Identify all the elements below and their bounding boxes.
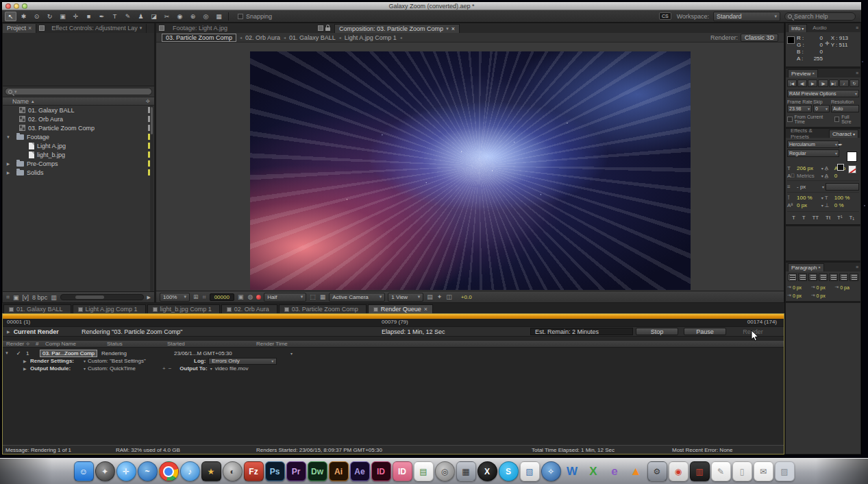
exposure-value[interactable]: +0.0 (461, 294, 472, 300)
snapshot-icon[interactable]: ▣ (237, 293, 245, 300)
search-help-input[interactable]: Search Help (784, 12, 856, 21)
twirl-icon[interactable]: ▶ (5, 161, 11, 166)
horizontal-scale-value[interactable]: 100 % (834, 195, 850, 201)
dock-icon-openoffice[interactable]: ✧ (541, 461, 561, 481)
project-search-input[interactable]: ▾ (5, 88, 152, 95)
tracking-value[interactable]: 0 (834, 173, 837, 179)
project-item[interactable]: ▶ Solids (3, 168, 154, 177)
dock-icon-photoshop[interactable]: Ps (265, 461, 285, 481)
current-time-display[interactable]: 00000 (210, 293, 234, 301)
project-item[interactable]: light_b.jpg (3, 150, 154, 159)
show-channel-icon[interactable] (256, 295, 261, 300)
fast-previews-icon[interactable]: ✦ (436, 293, 443, 300)
breadcrumb-item[interactable]: 03. Particle Zoom Comp (162, 34, 236, 42)
axis-world-mode[interactable]: ◎ (200, 12, 212, 21)
render-queue-columns[interactable]: Render ⟡ # Comp Name Status Started Rend… (3, 340, 784, 348)
previous-frame-button[interactable]: ◀| (797, 80, 807, 87)
tsume-value[interactable]: 0 % (834, 202, 844, 208)
faux-bold-button[interactable]: T (792, 215, 795, 221)
dock-icon-excel[interactable]: X (584, 461, 604, 481)
small-caps-button[interactable]: Tt (826, 215, 830, 221)
breadcrumb-item[interactable]: 01. Galaxy BALL (289, 34, 336, 41)
project-scrollbar[interactable] (150, 106, 153, 291)
resolution-dropdown[interactable]: Half ▾ (264, 293, 306, 302)
item-comp-name[interactable]: 03. Par...Zoom Comp (40, 350, 97, 357)
add-output-icon[interactable]: + (162, 365, 166, 372)
timeline-tab[interactable]: 02. Orb Aura (221, 304, 277, 313)
ram-preview-options-dropdown[interactable]: RAM Preview Options ▾ (787, 90, 859, 97)
dock-icon-word[interactable]: W (562, 461, 582, 481)
dock-icon-stamp[interactable]: ✉ (754, 461, 773, 481)
space-before-field[interactable]: ⇥ 0 px (811, 283, 835, 291)
twirl-icon[interactable]: ▼ (3, 351, 11, 355)
stop-button[interactable]: Stop (636, 328, 678, 335)
transparency-grid-icon[interactable]: ▦ (319, 293, 327, 300)
first-line-indent-field[interactable]: ⇥ 0 px (787, 291, 811, 300)
renderer-button[interactable]: Classic 3D (741, 34, 778, 42)
project-horizontal-scrollbar[interactable] (60, 294, 144, 300)
tab-effect-controls[interactable]: Effect Controls: Adjustment Lay ▾ (47, 24, 147, 33)
close-icon[interactable]: × (28, 25, 32, 32)
font-family-dropdown[interactable]: Herculanum ▾ (787, 141, 839, 148)
interpret-footage-icon[interactable]: ⌗ (6, 293, 10, 301)
panel-menu-icon[interactable]: ≡ (856, 25, 858, 30)
close-icon[interactable]: × (818, 265, 821, 269)
type-tool[interactable]: T (109, 12, 121, 21)
last-frame-button[interactable]: ▶| (829, 80, 839, 87)
dock-icon-system-preferences[interactable]: ⚙ (647, 461, 667, 481)
dock-icon-indesign[interactable]: ID (371, 461, 391, 481)
dock-icon-preview-app[interactable]: ▧ (520, 461, 540, 481)
justify-last-left-button[interactable] (819, 274, 828, 281)
play-button[interactable]: ▶ (808, 80, 817, 87)
kerning-dropdown[interactable]: Metrics ▾ (797, 173, 823, 179)
safe-margins-icon[interactable]: ⌗ (202, 293, 207, 301)
frame-rate-dropdown[interactable]: 23.98 ▾ (787, 105, 812, 112)
timeline-tab[interactable]: light_b.jpg Comp 1 (147, 304, 220, 313)
from-current-time-checkbox[interactable] (787, 117, 793, 122)
render-item-checkbox[interactable]: ✓ (11, 350, 26, 356)
tab-info[interactable]: Info ▾ (788, 24, 807, 32)
font-style-dropdown[interactable]: Regular ▾ (787, 149, 839, 157)
composition-image[interactable] (250, 51, 691, 290)
panel-menu-icon[interactable]: ≡ (856, 71, 858, 75)
font-size-dropdown[interactable]: 206 px ▾ (797, 165, 823, 171)
bit-depth-label[interactable]: 8 bpc (32, 294, 47, 301)
align-right-button[interactable] (808, 274, 817, 281)
dock-icon-toast[interactable]: ◉ (669, 461, 689, 481)
project-item[interactable]: Light A.jpg (3, 141, 154, 150)
subscript-button[interactable]: T₁ (849, 215, 854, 221)
composition-viewport[interactable] (156, 43, 784, 291)
close-icon[interactable]: × (451, 25, 455, 32)
axis-view-mode[interactable]: ▦ (213, 12, 225, 21)
title-bar[interactable]: Galaxy Zoom (converted).aep * (2, 2, 861, 10)
output-to-value[interactable]: video file.mov (215, 365, 249, 372)
align-center-button[interactable] (798, 274, 807, 281)
skip-dropdown[interactable]: 0 ▾ (813, 105, 830, 112)
dock-icon-textedit[interactable]: ✎ (711, 461, 731, 481)
trash-icon[interactable]: ▥ (51, 294, 57, 301)
dock-icon-thunderbird[interactable]: ~ (138, 461, 158, 481)
next-frame-button[interactable]: |▶ (818, 80, 828, 87)
timeline-tab[interactable]: 03. Particle Zoom Comp (279, 304, 367, 313)
dock-icon-numbers-document[interactable]: ▤ (414, 461, 434, 481)
breadcrumb-item[interactable]: 02. Orb Aura (245, 34, 280, 41)
mask-shape-tool[interactable]: ■ (83, 12, 95, 21)
tab-audio[interactable]: Audio (810, 24, 829, 32)
dock-icon-chrome[interactable] (159, 461, 179, 481)
close-icon[interactable]: × (812, 71, 815, 75)
brush-tool[interactable]: ✎ (122, 12, 134, 21)
baseline-shift-dropdown[interactable]: 0 px ▾ (797, 202, 823, 208)
stroke-style-dropdown[interactable] (826, 183, 859, 191)
camera-dropdown[interactable]: Active Camera ▾ (329, 293, 385, 302)
rotation-tool[interactable]: ↻ (44, 12, 55, 21)
render-queue-item-row[interactable]: ▼ ✓ 1 03. Par...Zoom Comp Rendering 23/0… (3, 349, 784, 357)
grid-guides-icon[interactable]: ⊞ (193, 293, 199, 300)
render-settings-value[interactable]: Custom: "Best Settings" (88, 358, 146, 364)
view-layout-dropdown[interactable]: 1 View ▾ (388, 293, 423, 302)
dock-icon-filezilla[interactable]: Fz (244, 461, 264, 481)
workspace-dropdown[interactable]: Standard ▾ (713, 12, 780, 21)
project-item[interactable]: ▶ Pre-Comps (3, 159, 154, 168)
twirl-icon[interactable]: ▼ (5, 135, 11, 139)
log-dropdown[interactable]: Errors Only ▾ (208, 358, 277, 365)
superscript-button[interactable]: T¹ (837, 215, 843, 221)
